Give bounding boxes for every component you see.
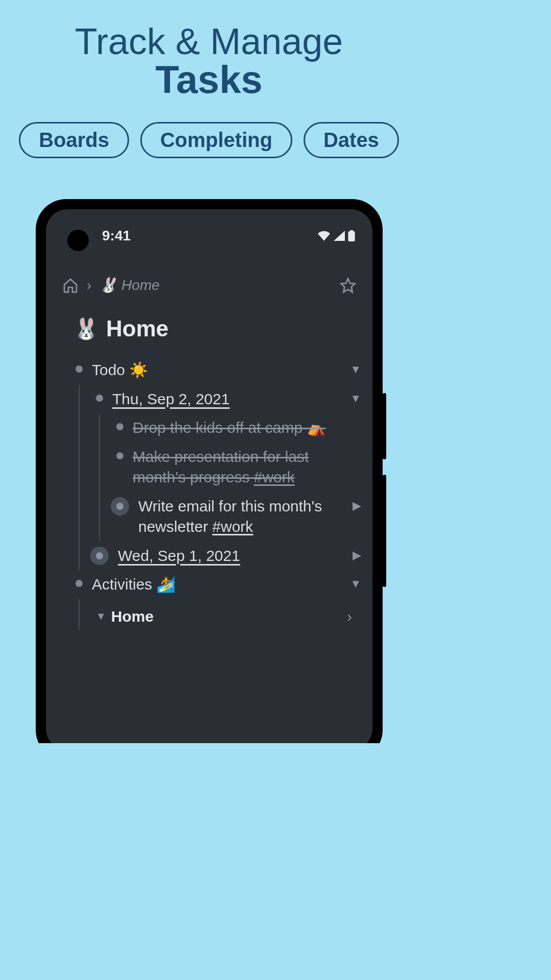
node-task[interactable]: Write email for this month's newsletter … [116, 492, 361, 542]
node-date[interactable]: Thu, Sep 2, 2021 ▼ [96, 385, 361, 414]
node-label[interactable]: Make presentation for last month's progr… [133, 447, 361, 488]
status-time: 9:41 [102, 228, 131, 244]
chevron-right-icon[interactable]: › [347, 606, 352, 627]
star-icon[interactable] [340, 277, 356, 293]
node-label[interactable]: Todo ☀️ [92, 360, 361, 381]
bullet-icon [116, 452, 123, 459]
svg-marker-2 [341, 278, 355, 292]
page-title: Home [106, 316, 168, 341]
node-activities[interactable]: Activities 🏄 ▼ [76, 570, 361, 599]
svg-rect-0 [348, 231, 355, 241]
node-task-done[interactable]: Make presentation for last month's progr… [116, 443, 361, 492]
battery-icon [348, 230, 355, 241]
camera-hole [67, 230, 89, 251]
collapse-toggle[interactable]: ▼ [350, 391, 361, 406]
node-label[interactable]: Wed, Sep 1, 2021 [118, 546, 361, 567]
pill-completing[interactable]: Completing [140, 122, 292, 158]
hashtag-work[interactable]: #work [254, 469, 295, 485]
bullet-icon [76, 365, 83, 373]
bullet-icon [96, 395, 103, 402]
node-task-done[interactable]: Drop the kids off at camp ⛺ [116, 413, 361, 443]
outline-tree: Todo ☀️ ▼ Thu, Sep 2, 2021 ▼ Drop the ki… [46, 341, 372, 630]
expand-toggle[interactable]: ▶ [353, 548, 361, 563]
status-icons [317, 230, 355, 241]
bullet-highlighted-icon[interactable] [90, 547, 109, 565]
page-title-row: 🐰 Home [46, 293, 372, 341]
expand-toggle[interactable]: ▶ [353, 498, 361, 513]
breadcrumb-row: › 🐰 Home [46, 244, 372, 293]
pill-boards[interactable]: Boards [19, 122, 129, 158]
node-label[interactable]: Drop the kids off at camp ⛺ [133, 418, 361, 438]
collapse-toggle[interactable]: ▼ [350, 576, 361, 592]
node-date[interactable]: Wed, Sep 1, 2021 ▶ [96, 542, 361, 571]
hashtag-work[interactable]: #work [212, 518, 253, 535]
phone-screen: 9:41 › 🐰 Home 🐰 Home [46, 209, 372, 743]
node-todo[interactable]: Todo ☀️ ▼ [76, 356, 361, 385]
signal-icon [334, 231, 345, 241]
bullet-highlighted-icon[interactable] [111, 497, 129, 516]
caret-down-icon[interactable]: ▼ [96, 609, 106, 623]
bullet-icon [76, 580, 83, 587]
node-label[interactable]: Thu, Sep 2, 2021 [112, 389, 361, 410]
svg-rect-1 [350, 230, 354, 232]
collapse-toggle[interactable]: ▼ [350, 362, 361, 377]
breadcrumb[interactable]: › 🐰 Home [62, 277, 160, 293]
bullet-icon [116, 423, 123, 430]
promo-line2: Tasks [0, 57, 418, 102]
breadcrumb-label[interactable]: 🐰 Home [99, 277, 159, 293]
phone-side-button [383, 393, 386, 459]
node-label[interactable]: Activities 🏄 [92, 574, 361, 595]
phone-frame: 9:41 › 🐰 Home 🐰 Home [36, 199, 383, 743]
section-title[interactable]: Home [111, 606, 154, 627]
promo-line1: Track & Manage [0, 20, 418, 62]
section-header[interactable]: ▼ Home › [96, 599, 361, 630]
home-icon[interactable] [62, 277, 79, 293]
node-label[interactable]: Write email for this month's newsletter … [138, 496, 361, 537]
pill-row: Boards Completing Dates [0, 122, 418, 158]
promo-header: Track & Manage Tasks [0, 0, 418, 102]
pill-dates[interactable]: Dates [304, 122, 399, 158]
wifi-icon [317, 231, 331, 241]
phone-side-button [383, 475, 386, 587]
status-bar: 9:41 [46, 209, 372, 244]
page-emoji: 🐰 [73, 317, 99, 341]
chevron-right-icon: › [87, 277, 91, 293]
